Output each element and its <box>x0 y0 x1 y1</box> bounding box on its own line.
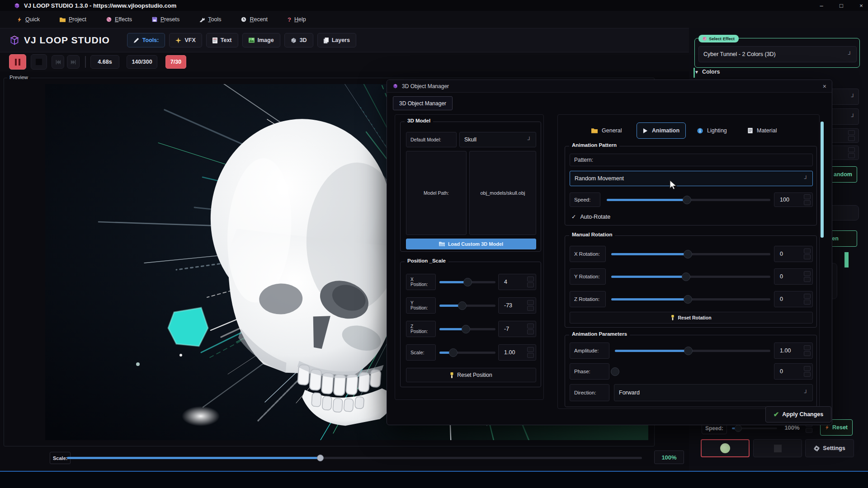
spark-dot <box>179 354 182 357</box>
gear-icon <box>814 446 820 451</box>
anim-speed-handle[interactable] <box>683 196 691 204</box>
playback-speed-track[interactable] <box>732 427 777 429</box>
minimize-button[interactable]: – <box>817 2 826 9</box>
skip-forward-icon <box>71 60 76 65</box>
animation-parameters-title: Animation Parameters <box>569 331 630 337</box>
stop-square-icon <box>774 445 782 452</box>
record-icon <box>720 443 730 453</box>
pattern-value: Random Movement <box>575 175 624 182</box>
position-group: Position _Scale X Position: 4 Y Position… <box>400 262 541 387</box>
record-button[interactable] <box>701 439 750 457</box>
menu-recent[interactable]: Recent <box>241 16 268 23</box>
pattern-dropdown[interactable]: Random Movement ┘ <box>570 171 813 186</box>
phase-handle[interactable] <box>611 367 619 376</box>
y-rotation-slider[interactable] <box>611 276 770 278</box>
menu-tools-label: Tools <box>208 16 221 23</box>
reset-position-label: Reset Position <box>457 372 492 378</box>
menu-tools[interactable]: Tools <box>199 16 221 23</box>
z-rotation-handle[interactable] <box>684 295 692 304</box>
y-rotation-handle[interactable] <box>682 272 690 281</box>
stop-button[interactable] <box>31 54 47 70</box>
spin-down[interactable] <box>848 136 855 141</box>
x-rotation-slider[interactable] <box>611 253 770 255</box>
close-button[interactable]: × <box>857 2 865 9</box>
menu-help[interactable]: ? Help <box>288 16 306 23</box>
color-swatch-teal[interactable] <box>844 252 849 267</box>
tab-lighting[interactable]: Lighting <box>691 122 733 139</box>
settings-button[interactable]: Settings <box>805 439 854 457</box>
menu-presets[interactable]: Presets <box>152 16 179 23</box>
reset-rotation-button[interactable]: Reset Rotation <box>570 312 813 324</box>
vfx-button[interactable]: VFX <box>169 33 202 47</box>
x-rotation-handle[interactable] <box>684 250 692 258</box>
y-position-handle[interactable] <box>458 301 467 310</box>
amplitude-label: Amplitude: <box>570 343 609 359</box>
tab-animation[interactable]: Animation <box>637 122 686 139</box>
tab-material[interactable]: Material <box>741 122 783 139</box>
layers-button[interactable]: Layers <box>317 33 356 47</box>
threed-button[interactable]: 3D <box>284 33 313 47</box>
anim-speed-value[interactable]: 100 <box>774 192 813 207</box>
x-position-value[interactable]: 4 <box>498 274 536 290</box>
preview-scale-fill <box>67 457 320 459</box>
amplitude-handle[interactable] <box>684 347 693 355</box>
z-position-slider[interactable] <box>439 328 495 330</box>
pause-button[interactable] <box>9 54 26 70</box>
y-rotation-value[interactable]: 0 <box>774 268 813 285</box>
load-model-button[interactable]: Load Custom 3D Model <box>406 239 536 249</box>
menu-effects[interactable]: Effects <box>106 16 132 23</box>
object-manager-dialog: 3D Object Manager × 3D Object Manager 3D… <box>387 80 832 425</box>
spin-down[interactable] <box>848 153 855 158</box>
z-rotation-slider[interactable] <box>611 298 770 300</box>
tools-mode-button[interactable]: Tools: <box>127 33 165 47</box>
prev-frame-button[interactable] <box>52 55 64 69</box>
direction-dropdown[interactable]: Forward ┘ <box>614 384 813 401</box>
apply-changes-button[interactable]: ✔ Apply Changes <box>765 406 831 422</box>
dialog-close-button[interactable]: × <box>823 83 826 90</box>
manual-rotation-title: Manual Rotation <box>569 232 615 237</box>
image-button[interactable]: Image <box>242 33 280 47</box>
phase-slider[interactable] <box>615 371 770 373</box>
effect-dropdown[interactable]: Cyber Tunnel - 2 Colors (3D) ┘ <box>698 46 857 62</box>
y-rotation-label: Y Rotation: <box>570 268 606 285</box>
text-button[interactable]: Text <box>206 33 238 47</box>
anim-speed-slider[interactable] <box>607 199 770 201</box>
amplitude-value[interactable]: 1.00 <box>774 343 813 359</box>
preview-scale-handle[interactable] <box>317 455 324 461</box>
model-path-label: Model Path: <box>406 151 467 235</box>
menu-project[interactable]: Project <box>60 16 86 23</box>
reset-position-button[interactable]: Reset Position <box>406 368 536 382</box>
light-flare <box>182 406 220 426</box>
playback-speed-handle[interactable] <box>735 425 742 432</box>
z-rotation-value[interactable]: 0 <box>774 291 813 307</box>
scale-value[interactable]: 1.00 <box>498 344 536 361</box>
menu-quick[interactable]: Quick <box>17 16 40 23</box>
y-position-slider[interactable] <box>439 305 495 307</box>
spin-up[interactable] <box>848 130 855 135</box>
x-rotation-value[interactable]: 0 <box>774 246 813 262</box>
scale-slider[interactable] <box>439 352 495 354</box>
y-position-value[interactable]: -73 <box>498 297 536 314</box>
dialog-title: 3D Object Manager <box>402 83 449 89</box>
maximize-button[interactable]: □ <box>837 2 845 9</box>
auto-rotate-checkbox[interactable]: ✓ Auto-Rotate <box>571 213 610 220</box>
amplitude-slider[interactable] <box>615 350 770 352</box>
settings-label: Settings <box>823 445 845 451</box>
dialog-titlebar[interactable]: 3D Object Manager × <box>387 80 832 93</box>
x-position-slider[interactable] <box>439 281 495 283</box>
z-position-value[interactable]: -7 <box>498 321 536 337</box>
scale-handle[interactable] <box>449 348 458 357</box>
tab-general[interactable]: General <box>585 122 628 139</box>
x-position-handle[interactable] <box>463 278 472 286</box>
spin-up[interactable] <box>848 147 855 152</box>
default-model-dropdown[interactable]: Skull ┘ <box>459 132 536 147</box>
phase-value[interactable]: 0 <box>774 363 813 380</box>
preview-scale-track[interactable] <box>67 457 642 459</box>
dialog-tab-button[interactable]: 3D Object Manager <box>393 96 453 110</box>
capture-stop-button[interactable] <box>753 439 802 457</box>
model-path-value: obj_models/skull.obj <box>469 151 536 235</box>
colors-section-header[interactable]: ▼ Colors <box>694 69 720 75</box>
z-position-handle[interactable] <box>462 325 470 333</box>
next-frame-button[interactable] <box>67 55 80 69</box>
dialog-scrollbar[interactable] <box>821 122 824 238</box>
